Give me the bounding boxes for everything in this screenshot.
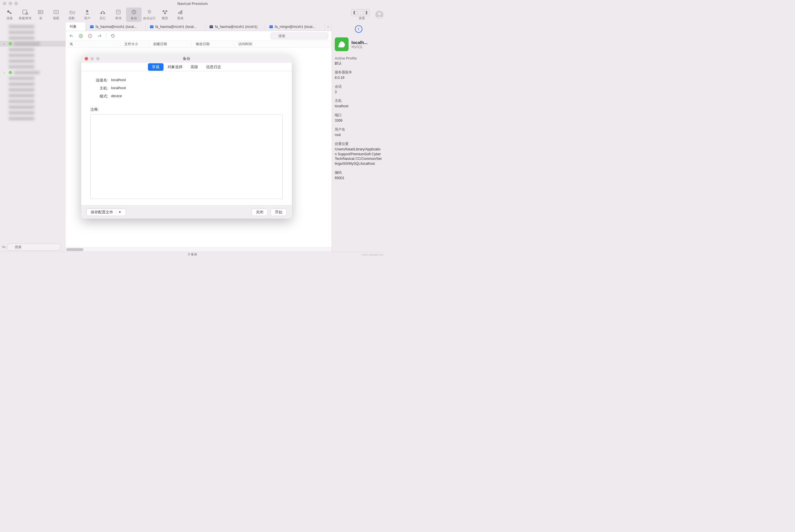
content-tab[interactable]: fa_mingxi@mzxh1 (local...: [265, 22, 325, 31]
save-profile-button[interactable]: 保存配置文件 ▼: [86, 208, 126, 216]
sidebar-toggle-left[interactable]: [351, 9, 360, 16]
tree-label-blurred: [8, 31, 35, 34]
toolbar-label: 自动运行: [143, 16, 156, 20]
info-section: 编码65001: [335, 170, 382, 180]
svg-point-13: [101, 12, 102, 14]
content-tab[interactable]: fa_haoma@mzxh1 (mzxh1): [205, 22, 265, 31]
form-label: 连接名:: [90, 78, 108, 83]
toolbar-icon: [37, 9, 44, 15]
tab-label: fa_haoma@mzxh1 (local...: [156, 25, 197, 29]
sidebar-toggle-right[interactable]: [360, 9, 369, 16]
view-toggle-group: [351, 9, 369, 16]
horizontal-scrollbar[interactable]: [66, 247, 331, 252]
status-dot-icon: [8, 71, 12, 74]
sidebar-search-input[interactable]: [7, 244, 60, 250]
toolbar-label: 用户: [84, 16, 90, 20]
user-avatar[interactable]: [375, 11, 383, 19]
tree-item[interactable]: [0, 93, 66, 98]
tree-item[interactable]: [0, 41, 66, 46]
undo-icon[interactable]: [69, 33, 74, 39]
tree-item[interactable]: [0, 35, 66, 41]
start-button[interactable]: 开始: [271, 208, 287, 216]
status-dot-icon: [8, 42, 12, 45]
toolbar-查询[interactable]: 查询: [110, 7, 126, 22]
toolbar-模型[interactable]: 模型: [157, 7, 173, 22]
toolbar-label: 新建查询: [19, 16, 31, 20]
info-value: 65001: [335, 176, 382, 180]
svg-rect-24: [163, 11, 164, 12]
toolbar-用户[interactable]: 用户: [79, 7, 95, 22]
tab-label: 对象: [70, 24, 76, 29]
tree-item[interactable]: [0, 29, 66, 35]
info-section: 服务器版本8.0.19: [335, 70, 382, 80]
main-toolbar: 连接新建查询表视图f(x)函数用户其它查询备份自动运行模型图表 查看: [0, 7, 385, 22]
form-row: 主机:localhost: [90, 86, 283, 91]
col-name[interactable]: 名: [66, 42, 120, 46]
remove-icon[interactable]: [88, 33, 93, 39]
tree-item[interactable]: [0, 70, 66, 75]
dialog-tab[interactable]: 常规: [148, 63, 163, 71]
mysql-logo-icon: [335, 37, 348, 51]
svg-point-12: [86, 10, 88, 12]
redo-icon[interactable]: [97, 33, 102, 39]
toolbar-备份[interactable]: 备份: [126, 7, 142, 22]
save-profile-label: 保存配置文件: [91, 210, 113, 215]
content-search-input[interactable]: [271, 33, 328, 39]
toolbar-自动运行[interactable]: 自动运行: [142, 7, 157, 22]
col-modified[interactable]: 修改日期: [192, 42, 234, 46]
tree-label-blurred: [8, 100, 35, 103]
action-bar: [66, 31, 331, 41]
content-tab[interactable]: fa_haoma@mzxh1 (local...: [86, 22, 146, 31]
tree-item[interactable]: [0, 116, 66, 121]
toolbar-图表[interactable]: 图表: [173, 7, 188, 22]
svg-rect-25: [165, 11, 167, 12]
info-subtitle: MySQL: [351, 45, 367, 49]
tree-item[interactable]: [0, 64, 66, 70]
settings-icon[interactable]: [2, 245, 6, 249]
svg-point-14: [103, 12, 105, 14]
toolbar-icon: [21, 9, 29, 15]
dialog-body: 连接名:localhost主机:localhost模式:device 注释:: [81, 71, 292, 205]
tree-item[interactable]: [0, 75, 66, 81]
form-value: localhost: [111, 86, 126, 91]
close-button[interactable]: 关闭: [252, 208, 268, 216]
info-label: 用户名: [335, 127, 382, 132]
info-title: localh...: [351, 40, 367, 45]
col-filesize[interactable]: 文件大小: [120, 42, 149, 46]
toolbar-表[interactable]: 表: [33, 7, 48, 22]
tree-item[interactable]: [0, 98, 66, 104]
tabs-more-icon[interactable]: ›: [325, 22, 331, 31]
dialog-tab[interactable]: 高级: [186, 63, 202, 71]
dialog-tab[interactable]: 对象选择: [163, 63, 186, 71]
info-value: 3306: [335, 118, 382, 123]
tab-label: fa_mingxi@mzxh1 (local...: [275, 25, 315, 29]
tree-item[interactable]: [0, 24, 66, 29]
tree-label-blurred: [8, 54, 35, 57]
col-accessed[interactable]: 访问时间: [234, 42, 331, 46]
tree-item[interactable]: [0, 58, 66, 64]
refresh-icon[interactable]: [110, 33, 115, 39]
tree-item[interactable]: [0, 110, 66, 116]
tree-item[interactable]: [0, 87, 66, 93]
content-tab[interactable]: 对象: [66, 22, 86, 31]
tree-item[interactable]: [0, 81, 66, 87]
dialog-tab[interactable]: 信息日志: [202, 63, 225, 71]
table-icon: [269, 25, 273, 29]
content-tab[interactable]: fa_haoma@mzxh1 (local...: [146, 22, 205, 31]
svg-rect-35: [366, 11, 367, 14]
toolbar-函数[interactable]: f(x)函数: [64, 7, 79, 22]
table-icon: [150, 25, 154, 29]
tree-item[interactable]: [0, 104, 66, 110]
tree-item[interactable]: [0, 52, 66, 58]
toolbar-视图[interactable]: 视图: [48, 7, 64, 22]
toolbar-连接[interactable]: 连接: [2, 7, 17, 22]
tree-item[interactable]: [0, 46, 66, 52]
tree-label-blurred: [8, 37, 35, 40]
add-icon[interactable]: [78, 33, 84, 39]
notes-textarea[interactable]: [90, 114, 283, 199]
toolbar-其它[interactable]: 其它: [95, 7, 110, 22]
toolbar-新建查询[interactable]: 新建查询: [17, 7, 33, 22]
col-created[interactable]: 创建日期: [149, 42, 192, 46]
info-icon[interactable]: i: [355, 25, 362, 33]
form-label: 模式:: [90, 94, 108, 99]
